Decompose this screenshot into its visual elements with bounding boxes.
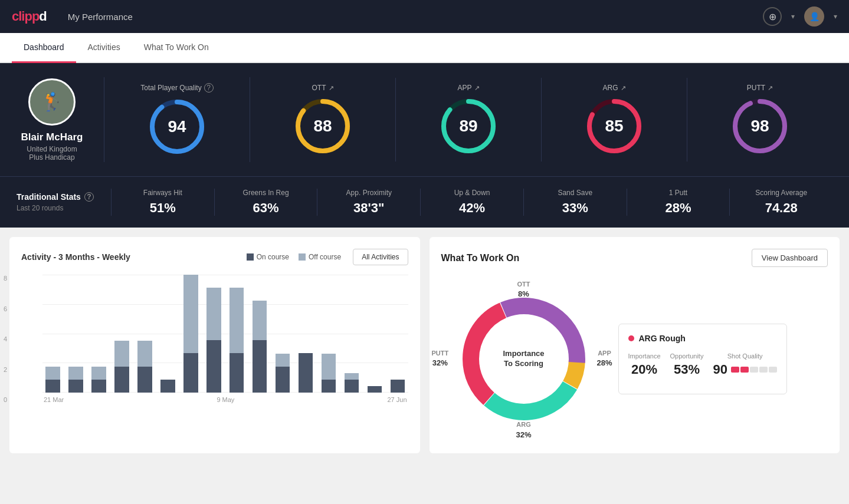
bar-off-course: [230, 288, 244, 353]
bar-group: [273, 275, 293, 393]
on-course-dot: [247, 253, 254, 261]
stat-greens-label: Greens In Reg: [224, 189, 308, 197]
donut-label-ott: OTT 8%: [517, 280, 530, 300]
stat-scoring-average: Scoring Average 74.28: [729, 189, 832, 216]
bar-off-course: [137, 341, 152, 367]
nav-right: ⊕ ▾ 👤 ▾: [763, 6, 837, 27]
avatar-dropdown-arrow: ▾: [834, 12, 837, 21]
wtwo-title: What To Work On: [441, 253, 520, 263]
legend-on-course: On course: [247, 253, 289, 261]
tab-what-to-work-on[interactable]: What To Work On: [132, 33, 221, 63]
player-name: Blair McHarg: [21, 131, 83, 143]
donut-label-app: APP 28%: [596, 349, 612, 369]
chart-x-labels: 21 Mar 9 May 27 Jun: [42, 396, 408, 403]
stat-one-putt-label: 1 Putt: [637, 189, 720, 197]
user-avatar-button[interactable]: 👤: [804, 6, 824, 27]
stat-scoring-avg-value: 74.28: [739, 200, 823, 216]
chart-bars-container: [42, 275, 408, 393]
stat-app-proximity-value: 38'3": [327, 200, 411, 216]
bar-group: [319, 275, 339, 393]
top-nav: clippd My Performance ⊕ ▾ 👤 ▾: [0, 0, 849, 33]
bar-off-course: [276, 354, 290, 367]
chart-title: Activity - 3 Months - Weekly: [21, 252, 130, 262]
ott-value: 88: [313, 117, 332, 136]
wtwo-body: Importance To Scoring OTT 8% APP 28% ARG…: [441, 276, 828, 442]
bar-on-course: [206, 340, 221, 393]
tab-dashboard[interactable]: Dashboard: [12, 33, 76, 63]
avatar: 👤: [804, 6, 824, 27]
bar-group: [250, 275, 270, 393]
view-dashboard-button[interactable]: View Dashboard: [752, 249, 828, 267]
app-card: APP ↗ 89: [396, 78, 542, 162]
stat-up-down-label: Up & Down: [430, 189, 514, 197]
total-quality-card: Total Player Quality ? 94: [104, 77, 250, 162]
stat-sand-save: Sand Save 33%: [523, 189, 627, 216]
scores-area: Total Player Quality ? 94 OTT ↗: [104, 77, 832, 162]
chart-wrapper: 8 6 4 2 0 21 Mar 9 May 27 Jun: [21, 275, 408, 403]
bar-group: [204, 275, 224, 393]
putt-label: PUTT ↗: [747, 84, 773, 92]
bar-seg-5: [769, 367, 777, 373]
wtwo-header: What To Work On View Dashboard: [441, 249, 828, 267]
player-info: 🏌️ Blair McHarg United Kingdom Plus Hand…: [17, 78, 87, 162]
tab-activities[interactable]: Activities: [76, 33, 132, 63]
donut-center-text: Importance To Scoring: [503, 349, 544, 369]
info-metrics: Importance 20% Opportunity 53% Shot Qual…: [628, 353, 777, 377]
chart-y-axis: 8 6 4 2 0: [4, 275, 7, 403]
total-quality-value: 94: [168, 117, 186, 136]
add-dropdown-arrow: ▾: [791, 12, 795, 21]
putt-arrow-icon: ↗: [768, 84, 773, 92]
bar-off-course: [183, 275, 198, 353]
bar-on-course: [91, 380, 106, 393]
bar-on-course: [183, 353, 198, 393]
bar-off-course: [114, 341, 129, 367]
bar-on-course: [137, 367, 152, 393]
logo: clippd: [12, 9, 47, 24]
info-metric-importance: Importance 20%: [628, 353, 661, 377]
bar-seg-4: [759, 367, 768, 373]
tabs-bar: Dashboard Activities What To Work On: [0, 33, 849, 63]
bar-on-course: [391, 380, 405, 393]
ott-circle: 88: [293, 97, 352, 156]
stat-up-and-down: Up & Down 42%: [420, 189, 523, 216]
chart-header: Activity - 3 Months - Weekly On course O…: [21, 249, 408, 265]
app-value: 89: [459, 117, 477, 136]
stat-fairways-hit: Fairways Hit 51%: [111, 189, 214, 216]
total-quality-label: Total Player Quality ?: [140, 83, 213, 93]
app-label: APP ↗: [457, 84, 479, 92]
bar-group: [65, 275, 86, 393]
trad-stats-title: Traditional Stats ?: [17, 192, 111, 202]
stat-one-putt: 1 Putt 28%: [627, 189, 730, 216]
chart-legend: On course Off course: [247, 253, 342, 261]
bar-group: [42, 275, 63, 393]
bar-on-course: [345, 380, 359, 393]
stat-sand-save-label: Sand Save: [533, 189, 617, 197]
arg-label: ARG ↗: [602, 84, 625, 92]
shot-quality-bar: [731, 367, 777, 373]
bar-off-course: [322, 354, 336, 380]
total-quality-circle: 94: [147, 97, 206, 156]
bar-group: [158, 275, 178, 393]
stat-scoring-avg-label: Scoring Average: [739, 189, 823, 197]
stat-sand-save-value: 33%: [533, 200, 617, 216]
add-button[interactable]: ⊕: [763, 7, 782, 26]
stat-one-putt-value: 28%: [637, 200, 720, 216]
total-quality-help-icon[interactable]: ?: [204, 83, 214, 93]
bar-on-course: [68, 380, 83, 393]
info-card-title: ARG Rough: [628, 334, 777, 343]
stat-fairways-hit-value: 51%: [121, 200, 205, 216]
all-activities-button[interactable]: All Activities: [353, 249, 408, 265]
off-course-dot: [299, 253, 306, 261]
trad-stats-sublabel: Last 20 rounds: [17, 204, 111, 212]
putt-value: 98: [750, 117, 769, 136]
bar-off-course: [91, 367, 106, 380]
bar-off-course: [206, 288, 221, 340]
trad-stats-help-icon[interactable]: ?: [84, 192, 94, 202]
ott-label: OTT ↗: [312, 84, 334, 92]
bar-group: [388, 275, 408, 393]
bar-group: [296, 275, 316, 393]
what-to-work-on-panel: What To Work On View Dashboard Imp: [430, 237, 840, 453]
arg-rough-info-card: ARG Rough Importance 20% Opportunity 53%…: [618, 324, 787, 394]
trad-stats-label: Traditional Stats ? Last 20 rounds: [17, 192, 111, 212]
plus-icon: ⊕: [769, 11, 776, 22]
